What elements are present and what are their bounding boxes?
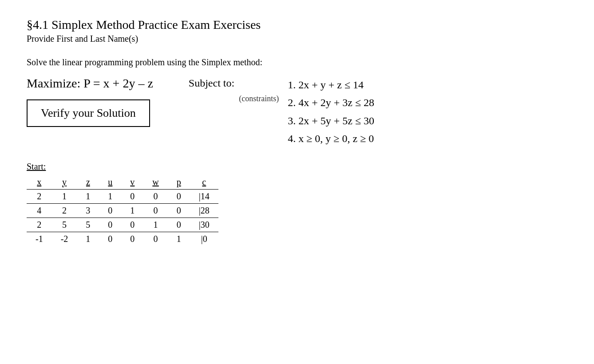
col-header-w: w (143, 175, 167, 190)
cell-r2-c1: 5 (52, 218, 77, 232)
table-row: 2111000|14 (27, 189, 218, 203)
cell-r0-c7: |14 (190, 189, 218, 203)
cell-r3-c4: 0 (121, 232, 143, 246)
subject-to-block: Subject to: (constraints) 1. 2x + y + z … (189, 76, 374, 148)
cell-r2-c4: 0 (121, 218, 143, 232)
problem-layout: Maximize: P = x + 2y – z Verify your Sol… (27, 76, 567, 148)
cell-r1-c2: 3 (77, 203, 99, 218)
constraints-label: (constraints) (239, 76, 279, 103)
cell-r2-c5: 1 (143, 218, 167, 232)
col-header-x: x (27, 175, 52, 190)
cell-r1-c5: 0 (143, 203, 167, 218)
left-section: Maximize: P = x + 2y – z Verify your Sol… (27, 76, 153, 127)
table-row: -1-210001|0 (27, 232, 218, 246)
cell-r2-c6: 0 (168, 218, 190, 232)
cell-r1-c3: 0 (99, 203, 121, 218)
cell-r0-c6: 0 (168, 189, 190, 203)
constraint-4: 4. x ≥ 0, y ≥ 0, z ≥ 0 (288, 130, 374, 147)
cell-r3-c5: 0 (143, 232, 167, 246)
table-row: 2550010|30 (27, 218, 218, 232)
constraint-3: 3. 2x + 5y + 5z ≤ 30 (288, 112, 374, 129)
cell-r0-c3: 1 (99, 189, 121, 203)
constraint-1: 1. 2x + y + z ≤ 14 (288, 76, 374, 93)
constraints-block: (constraints) 1. 2x + y + z ≤ 14 2. 4x +… (239, 76, 374, 148)
col-header-v: v (121, 175, 143, 190)
cell-r1-c0: 4 (27, 203, 52, 218)
cell-r0-c4: 0 (121, 189, 143, 203)
problem-statement: Solve the linear programming problem usi… (27, 57, 567, 67)
right-section: Subject to: (constraints) 1. 2x + y + z … (189, 76, 374, 148)
page-title: §4.1 Simplex Method Practice Exam Exerci… (27, 18, 567, 32)
cell-r1-c4: 1 (121, 203, 143, 218)
simplex-table: x y z u v w p c 2111000|144230100|282550… (27, 175, 218, 246)
col-header-z: z (77, 175, 99, 190)
constraint-list: 1. 2x + y + z ≤ 14 2. 4x + 2y + 3z ≤ 28 … (288, 76, 374, 148)
cell-r1-c6: 0 (168, 203, 190, 218)
cell-r3-c7: |0 (190, 232, 218, 246)
cell-r3-c3: 0 (99, 232, 121, 246)
subject-to-label: Subject to: (189, 76, 234, 89)
page-subtitle: Provide First and Last Name(s) (27, 34, 567, 44)
table-header-row: x y z u v w p c (27, 175, 218, 190)
start-section: Start: x y z u v w p c 2111000|144230100… (27, 162, 567, 246)
cell-r3-c2: 1 (77, 232, 99, 246)
cell-r3-c6: 1 (168, 232, 190, 246)
cell-r2-c2: 5 (77, 218, 99, 232)
cell-r2-c3: 0 (99, 218, 121, 232)
cell-r2-c0: 2 (27, 218, 52, 232)
cell-r2-c7: |30 (190, 218, 218, 232)
cell-r1-c7: |28 (190, 203, 218, 218)
table-row: 4230100|28 (27, 203, 218, 218)
cell-r3-c0: -1 (27, 232, 52, 246)
constraint-2: 2. 4x + 2y + 3z ≤ 28 (288, 94, 374, 111)
cell-r0-c1: 1 (52, 189, 77, 203)
cell-r0-c2: 1 (77, 189, 99, 203)
cell-r0-c0: 2 (27, 189, 52, 203)
cell-r1-c1: 2 (52, 203, 77, 218)
cell-r0-c5: 0 (143, 189, 167, 203)
col-header-y: y (52, 175, 77, 190)
cell-r3-c1: -2 (52, 232, 77, 246)
col-header-p: p (168, 175, 190, 190)
verify-solution-button[interactable]: Verify your Solution (27, 99, 150, 127)
col-header-c: c (190, 175, 218, 190)
col-header-u: u (99, 175, 121, 190)
start-label: Start: (27, 162, 46, 172)
maximize-line: Maximize: P = x + 2y – z (27, 76, 153, 91)
